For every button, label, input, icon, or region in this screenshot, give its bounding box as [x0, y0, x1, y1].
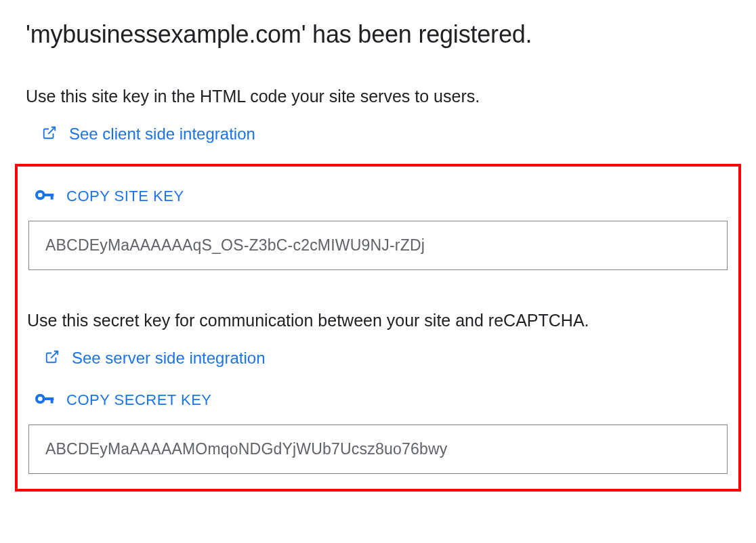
copy-site-key-button[interactable]: COPY SITE KEY: [28, 184, 728, 209]
page-title: 'mybusinessexample.com' has been registe…: [26, 20, 730, 49]
external-link-icon: [42, 125, 57, 143]
svg-point-5: [37, 395, 44, 402]
site-key-instruction: Use this site key in the HTML code your …: [26, 85, 730, 108]
external-link-icon: [45, 349, 60, 367]
client-integration-link[interactable]: See client side integration: [26, 125, 730, 144]
client-integration-link-label: See client side integration: [69, 125, 255, 144]
secret-key-instruction: Use this secret key for communication be…: [27, 309, 728, 332]
svg-line-4: [51, 351, 58, 357]
svg-point-1: [37, 191, 44, 198]
key-icon: [34, 388, 56, 412]
svg-line-0: [48, 127, 55, 134]
server-integration-link[interactable]: See server side integration: [28, 349, 728, 368]
svg-rect-3: [51, 195, 54, 200]
copy-site-key-label: COPY SITE KEY: [66, 188, 184, 205]
secret-key-value[interactable]: ABCDEyMaAAAAAMOmqoNDGdYjWUb7Ucsz8uo76bwy: [28, 425, 728, 474]
copy-secret-key-button[interactable]: COPY SECRET KEY: [28, 388, 728, 412]
server-integration-link-label: See server side integration: [72, 349, 266, 368]
svg-rect-7: [51, 399, 54, 404]
keys-highlight-box: COPY SITE KEY ABCDEyMaAAAAAAqS_OS-Z3bC-c…: [15, 164, 741, 492]
copy-secret-key-label: COPY SECRET KEY: [66, 391, 212, 409]
key-icon: [34, 184, 56, 209]
site-key-value[interactable]: ABCDEyMaAAAAAAqS_OS-Z3bC-c2cMIWU9NJ-rZDj: [28, 221, 728, 270]
